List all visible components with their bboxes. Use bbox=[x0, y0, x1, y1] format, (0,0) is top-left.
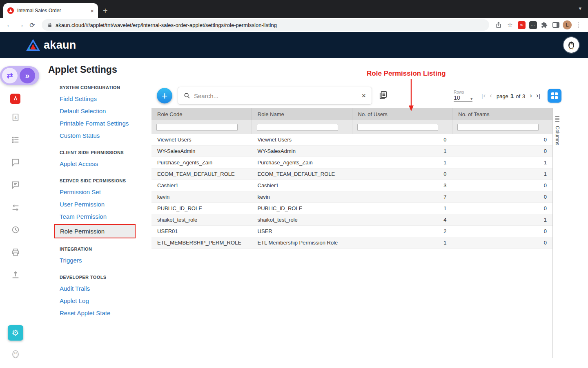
share-icon bbox=[495, 22, 502, 28]
transfer-action-button[interactable]: ⇄ bbox=[2, 68, 18, 83]
add-role-button[interactable]: + bbox=[157, 88, 172, 103]
prev-page-button[interactable]: ‹ bbox=[488, 92, 494, 100]
cell-teams: 1 bbox=[452, 217, 553, 223]
cell-role-name: Cashier1 bbox=[252, 182, 352, 188]
table-row[interactable]: ETL_MEMBERSHIP_PERM_ROLE ETL Membership … bbox=[151, 237, 552, 249]
history-clock-icon bbox=[11, 225, 20, 234]
cell-role-code: Viewnet Users bbox=[151, 137, 252, 143]
sidebar-item-role-permission[interactable]: Role Permission bbox=[54, 224, 136, 238]
table-row[interactable]: Purchase_Agents_Zain Purchase_Agents_Zai… bbox=[151, 157, 552, 168]
filter-cell bbox=[151, 120, 252, 134]
table-row[interactable]: Viewnet Users Viewnet Users 0 0 bbox=[151, 134, 552, 146]
app-navbar: akaun bbox=[0, 32, 588, 58]
cell-role-code: kevin bbox=[151, 194, 252, 200]
copy-icon bbox=[378, 90, 388, 100]
list-button[interactable] bbox=[10, 135, 21, 145]
reload-button[interactable]: ⟳ bbox=[27, 21, 38, 29]
cell-users: 2 bbox=[352, 228, 452, 234]
bookmark-star-button[interactable]: ☆ bbox=[505, 21, 515, 29]
rows-per-page-select[interactable]: Rows 10 ▾ bbox=[454, 90, 472, 102]
pdf-export-button[interactable] bbox=[10, 93, 21, 104]
sidebar-item-team-permission[interactable]: Team Permission bbox=[60, 211, 146, 223]
extensions-button[interactable] bbox=[539, 22, 550, 28]
history-button[interactable] bbox=[10, 224, 21, 235]
table-row[interactable]: ECOM_TEAM_DEFAULT_ROLE ECOM_TEAM_DEFAULT… bbox=[151, 168, 552, 180]
sidebar-item-default-selection[interactable]: Default Selection bbox=[60, 105, 146, 117]
main-panel: + × bbox=[146, 82, 588, 368]
chat-lines-button[interactable] bbox=[10, 180, 21, 190]
billing-document-button[interactable]: $ bbox=[10, 112, 21, 123]
filter-teams-input[interactable] bbox=[457, 124, 539, 131]
content-row: SYSTEM CONFIGURATION Field Settings Defa… bbox=[31, 82, 588, 368]
sidebar-item-permission-set[interactable]: Permission Set bbox=[60, 186, 146, 198]
sidebar-item-printable-format-settings[interactable]: Printable Format Settings bbox=[60, 117, 146, 130]
extension-red-button[interactable]: » bbox=[516, 21, 527, 29]
sidebar-item-applet-access[interactable]: Applet Access bbox=[60, 158, 146, 170]
filter-role-code-input[interactable] bbox=[156, 124, 238, 131]
column-header-no-of-teams[interactable]: No. of Teams bbox=[452, 108, 552, 120]
browser-address-bar: ← → ⟳ akaun.cloud/#/applet/tnt/wavelet/e… bbox=[0, 18, 588, 32]
sidebar-item-user-permission[interactable]: User Permission bbox=[60, 198, 146, 211]
sidebar-item-triggers[interactable]: Triggers bbox=[60, 254, 146, 267]
sidebar-item-audit-trails[interactable]: Audit Trails bbox=[60, 283, 146, 295]
table-row[interactable]: PUBLIC_ID_ROLE PUBLIC_ID_ROLE 1 0 bbox=[151, 203, 552, 214]
brand-logo[interactable]: akaun bbox=[26, 39, 76, 52]
settings-gear-button[interactable]: ⚙ bbox=[8, 325, 23, 341]
url-bar[interactable]: akaun.cloud/#/applet/tnt/wavelet/erp/int… bbox=[42, 19, 489, 31]
table-row[interactable]: WY-SalesAdmin WY-SalesAdmin 1 0 bbox=[151, 146, 552, 157]
expand-rail-button[interactable]: » bbox=[20, 68, 35, 83]
cell-teams: 0 bbox=[452, 228, 553, 234]
table-row[interactable]: Cashier1 Cashier1 3 0 bbox=[151, 180, 552, 191]
cell-teams: 0 bbox=[452, 182, 553, 188]
columns-panel-toggle[interactable]: Columns bbox=[552, 108, 561, 358]
browser-menu-button[interactable]: ⋮ bbox=[573, 21, 584, 29]
nav-section-client-side-permissions: CLIENT SIDE PERMISSIONS Applet Access bbox=[60, 150, 146, 170]
filter-users-input[interactable] bbox=[357, 124, 439, 131]
cell-role-name: USER bbox=[252, 228, 352, 234]
share-button[interactable] bbox=[493, 22, 504, 28]
sidebar-item-reset-applet-state[interactable]: Reset Applet State bbox=[60, 307, 146, 319]
side-panel-button[interactable] bbox=[550, 22, 561, 28]
role-permission-table: Role Code Role Name No. of Users No. of … bbox=[151, 108, 552, 358]
assistant-penguin-button[interactable] bbox=[11, 349, 20, 361]
clear-search-icon[interactable]: × bbox=[361, 92, 366, 100]
next-page-button[interactable]: › bbox=[528, 92, 534, 100]
column-header-role-name[interactable]: Role Name bbox=[252, 108, 352, 120]
tab-close-icon[interactable]: × bbox=[90, 8, 94, 14]
sidebar-item-field-settings[interactable]: Field Settings bbox=[60, 93, 146, 105]
extension-dark-button[interactable]: ⋯ bbox=[528, 21, 538, 29]
column-header-role-code[interactable]: Role Code bbox=[151, 108, 252, 120]
search-box: × bbox=[178, 87, 372, 105]
cell-users: 1 bbox=[352, 159, 452, 166]
first-page-button[interactable]: |‹ bbox=[479, 92, 488, 100]
table-row[interactable]: kevin kevin 7 0 bbox=[151, 191, 552, 203]
tab-search-caret-icon[interactable]: ▾ bbox=[579, 5, 581, 11]
compare-arrows-button[interactable] bbox=[10, 202, 21, 213]
cell-teams: 0 bbox=[452, 137, 553, 143]
search-input[interactable] bbox=[194, 92, 358, 99]
back-button[interactable]: ← bbox=[4, 21, 15, 29]
printer-button[interactable] bbox=[10, 247, 21, 258]
table-row[interactable]: shaikot_test_role shaikot_test_role 4 1 bbox=[151, 214, 552, 226]
new-tab-button[interactable]: + bbox=[103, 7, 108, 15]
copy-list-button[interactable] bbox=[378, 90, 388, 101]
total-pages: 3 bbox=[522, 93, 525, 99]
browser-profile-avatar[interactable]: L bbox=[562, 20, 572, 29]
chat-button[interactable] bbox=[10, 157, 21, 168]
cell-role-name: shaikot_test_role bbox=[252, 217, 352, 223]
sidebar-item-custom-status[interactable]: Custom Status bbox=[60, 130, 146, 142]
upload-button[interactable] bbox=[10, 269, 21, 280]
user-avatar[interactable] bbox=[564, 37, 579, 53]
last-page-button[interactable]: ›| bbox=[534, 92, 543, 100]
sidebar-item-applet-log[interactable]: Applet Log bbox=[60, 295, 146, 307]
browser-tab[interactable]: Internal Sales Order × bbox=[3, 3, 98, 18]
nav-section-label: DEVELOPER TOOLS bbox=[60, 275, 146, 280]
forward-button[interactable]: → bbox=[16, 21, 26, 29]
grid-view-button[interactable] bbox=[548, 89, 561, 103]
table-row[interactable]: USER01 USER 2 0 bbox=[151, 226, 552, 237]
cell-users: 1 bbox=[352, 148, 452, 154]
column-header-no-of-users[interactable]: No. of Users bbox=[352, 108, 453, 120]
chat-icon bbox=[11, 158, 20, 167]
filter-role-name-input[interactable] bbox=[257, 124, 338, 131]
cell-teams: 1 bbox=[452, 171, 553, 177]
